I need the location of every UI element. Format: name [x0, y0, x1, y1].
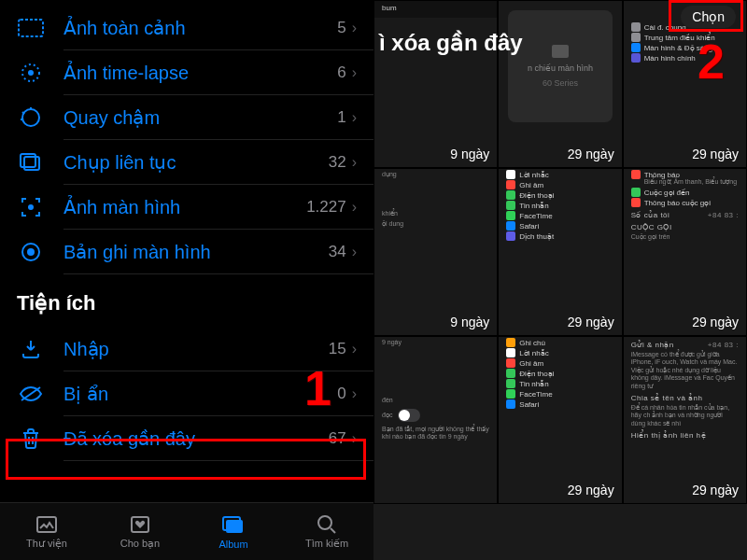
chevron-right-icon: › [352, 385, 357, 402]
tab-library[interactable]: Thư viện [0, 503, 93, 560]
panorama-icon [17, 14, 45, 42]
screen-recording-icon [17, 238, 45, 266]
albums-icon [222, 514, 245, 537]
row-count: 34 [329, 243, 346, 261]
tab-albums[interactable]: Album [187, 503, 280, 560]
chevron-right-icon: › [352, 64, 357, 81]
svg-point-11 [27, 248, 35, 256]
screenshot-icon [17, 193, 45, 221]
row-count: 1 [337, 108, 345, 127]
row-count: 15 [329, 340, 346, 358]
row-label: Nhập [63, 338, 329, 360]
import-icon [17, 335, 45, 363]
row-label: Ảnh màn hình [63, 196, 306, 218]
svg-point-9 [28, 204, 34, 210]
svg-point-3 [22, 109, 39, 126]
row-count: 0 [337, 385, 345, 403]
hidden-icon [17, 380, 45, 408]
days-label: 9 ngày [450, 147, 489, 161]
chevron-right-icon: › [352, 154, 357, 171]
row-slomo[interactable]: Quay chậm 1 › [0, 95, 374, 140]
days-label: 29 ngày [568, 315, 614, 329]
days-label: 29 ngày [568, 147, 614, 161]
library-icon [35, 513, 58, 536]
row-count: 5 [337, 19, 345, 37]
days-label: 29 ngày [692, 483, 739, 497]
days-label: 9 ngày [450, 315, 489, 329]
svg-rect-0 [19, 20, 43, 36]
thumb[interactable]: Gửi & nhận +84 83 : iMessage có thể được… [623, 336, 747, 504]
chevron-right-icon: › [352, 199, 357, 216]
deleted-grid: bum 9 ngày n chiếu màn hình 60 Series 29… [374, 0, 747, 560]
chevron-right-icon: › [352, 109, 357, 126]
thumb[interactable]: Lời nhắc Ghi âm Điện thoại Tin nhắn Face… [498, 168, 622, 336]
row-label: Bản ghi màn hình [63, 241, 329, 263]
chevron-right-icon: › [352, 430, 357, 447]
svg-point-17 [318, 516, 331, 529]
row-label: Đã xóa gần đây [63, 427, 329, 450]
row-recently-deleted[interactable]: Đã xóa gần đây 67 › [0, 416, 374, 461]
row-timelapse[interactable]: Ảnh time-lapse 6 › [0, 50, 374, 95]
row-count: 32 [329, 153, 346, 172]
row-label: Bị ẩn [63, 383, 337, 405]
toggle-off [398, 409, 420, 422]
callout-1: 1 [304, 360, 331, 416]
airplay-card: n chiếu màn hình 60 Series [508, 10, 612, 122]
timelapse-icon [17, 59, 45, 87]
tab-label: Album [218, 539, 247, 550]
thumb[interactable]: Thông báo Biểu ngữ, Âm thanh, Biểu tượng… [623, 168, 747, 336]
thumb[interactable]: bum 9 ngày [374, 0, 498, 168]
days-label: 29 ngày [692, 147, 739, 161]
tab-search[interactable]: Tìm kiếm [280, 503, 374, 560]
days-label: 29 ngày [692, 315, 739, 329]
row-label: Quay chậm [63, 106, 337, 129]
slomo-icon [17, 104, 45, 132]
search-icon [316, 513, 338, 536]
tab-bar: Thư viện Cho bạn Album Tìm kiếm [0, 502, 374, 560]
chevron-right-icon: › [352, 341, 357, 357]
row-count: 1.227 [306, 198, 346, 217]
row-screenrec[interactable]: Bản ghi màn hình 34 › [0, 230, 374, 274]
tab-label: Thư viện [26, 538, 67, 550]
row-burst[interactable]: Chụp liên tục 32 › [0, 140, 374, 185]
row-label: Ảnh time-lapse [63, 62, 337, 84]
svg-line-5 [22, 112, 24, 114]
row-label: Ảnh toàn cảnh [63, 17, 337, 39]
svg-line-18 [331, 528, 335, 533]
tab-label: Tìm kiếm [305, 538, 348, 550]
media-types-list: Ảnh toàn cảnh 5 › Ảnh time-lapse 6 › Qua… [0, 0, 374, 274]
tab-foryou[interactable]: Cho bạn [93, 503, 187, 560]
row-count: 67 [329, 429, 346, 448]
callout-2: 2 [698, 34, 725, 90]
burst-icon [17, 148, 45, 176]
chevron-right-icon: › [352, 20, 357, 36]
row-pano[interactable]: Ảnh toàn cảnh 5 › [0, 6, 374, 50]
page-title: ì xóa gần đây [374, 30, 747, 56]
trash-icon [17, 425, 45, 453]
row-label: Chụp liên tục [63, 151, 329, 174]
svg-point-2 [28, 70, 34, 76]
thumb[interactable]: Ghi chú Lời nhắc Ghi âm Điện thoại Tin n… [498, 336, 622, 504]
row-count: 6 [337, 63, 345, 82]
tab-label: Cho bạn [120, 538, 160, 550]
select-button[interactable]: Chọn [681, 6, 736, 28]
foryou-icon [129, 513, 151, 536]
chevron-right-icon: › [352, 244, 357, 260]
thumb[interactable]: dụng khiển ội dung 9 ngày [374, 168, 498, 336]
days-label: 29 ngày [568, 483, 614, 497]
row-screenshots[interactable]: Ảnh màn hình 1.227 › [0, 185, 374, 230]
svg-rect-13 [37, 517, 56, 532]
thumb[interactable]: 9 ngày đèn đọc Bạn đã tắt, mọi người khô… [374, 336, 498, 504]
thumb[interactable]: n chiếu màn hình 60 Series 29 ngày [498, 0, 622, 168]
section-utilities: Tiện ích [0, 274, 374, 321]
